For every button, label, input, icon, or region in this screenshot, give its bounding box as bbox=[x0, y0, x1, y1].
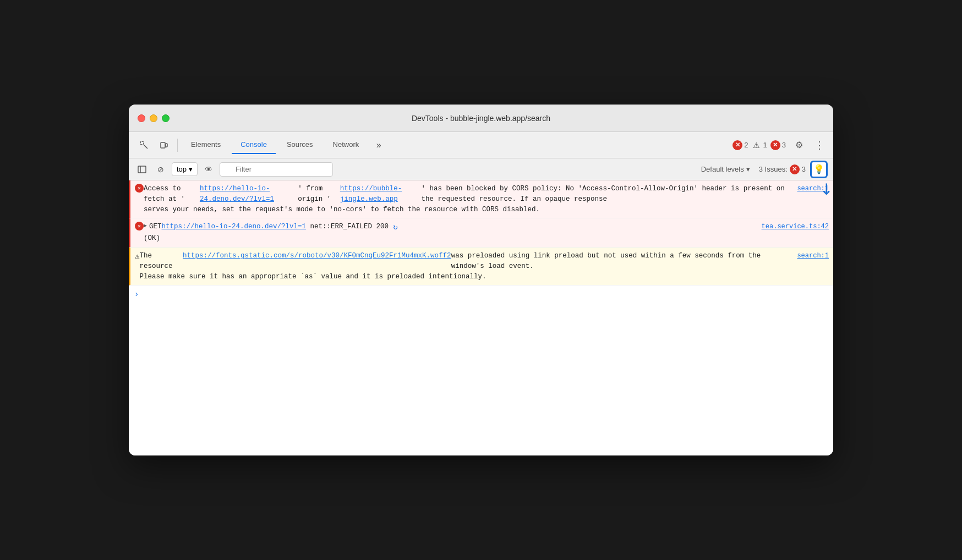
main-toolbar: Elements Console Sources Network » ✕ 2 ⚠… bbox=[129, 132, 833, 158]
devtools-window: DevTools - bubble-jingle.web.app/search … bbox=[129, 105, 833, 455]
console-entry-warning: ⚠ The resource https://fonts.gstatic.com… bbox=[129, 248, 833, 286]
get-url[interactable]: https://hello-io-24.deno.dev/?lvl=1 bbox=[162, 222, 307, 232]
eye-icon[interactable]: 👁 bbox=[201, 162, 216, 177]
get-error-text: net::ERR_FAILED 200 bbox=[306, 222, 389, 232]
console-toolbar: ⊘ top ▾ 👁 ⧖ Default levels ▾ 3 Issues: ✕… bbox=[129, 158, 833, 180]
tab-sources[interactable]: Sources bbox=[278, 136, 322, 154]
maximize-button[interactable] bbox=[162, 114, 170, 122]
svg-rect-1 bbox=[161, 142, 165, 148]
warning-text-before: The resource bbox=[139, 251, 183, 272]
more-tabs-icon[interactable]: » bbox=[370, 136, 387, 154]
issues-badge-toolbar: ✕ 3 bbox=[770, 140, 786, 150]
cors-fetch-url[interactable]: https://hello-io-24.deno.dev/?lvl=1 bbox=[200, 184, 298, 205]
cors-error-text-before: Access to fetch at ' bbox=[144, 184, 200, 205]
ai-button-container: 💡 ↗ bbox=[810, 161, 828, 178]
prompt-arrow-icon: › bbox=[134, 290, 139, 299]
error-badge-group: ✕ 2 ⚠ 1 ✕ 3 bbox=[733, 140, 786, 150]
device-toolbar-icon[interactable] bbox=[155, 136, 173, 154]
cors-error-text-after: ' from origin ' bbox=[298, 184, 340, 205]
default-levels-button[interactable]: Default levels ▾ bbox=[697, 163, 755, 175]
cors-error-content: Access to fetch at 'https://hello-io-24.… bbox=[144, 184, 829, 215]
warning-badge: ⚠ 1 bbox=[752, 140, 767, 150]
svg-rect-2 bbox=[166, 144, 167, 147]
issues-badge: 3 Issues: ✕ 3 bbox=[759, 164, 806, 174]
filter-wrapper: ⧖ bbox=[220, 162, 693, 177]
get-error-content: ▶ GET https://hello-io-24.deno.dev/?lvl=… bbox=[144, 222, 829, 244]
cors-error-suffix: ' has been blocked by CORS policy: No 'A… bbox=[422, 184, 797, 205]
minimize-button[interactable] bbox=[150, 114, 157, 122]
warning-header: The resource https://fonts.gstatic.com/s… bbox=[139, 251, 829, 272]
more-options-button[interactable]: ⋮ bbox=[812, 139, 827, 151]
console-toolbar-right: Default levels ▾ 3 Issues: ✕ 3 💡 ↗ bbox=[697, 161, 828, 178]
filter-input[interactable] bbox=[220, 162, 333, 177]
get-error-extra: (OK) bbox=[144, 233, 829, 244]
lightbulb-icon: 💡 bbox=[813, 164, 824, 174]
get-error-row: ▶ GET https://hello-io-24.deno.dev/?lvl=… bbox=[144, 222, 829, 233]
warning-icon: ⚠ bbox=[135, 251, 139, 262]
sidebar-toggle-button[interactable] bbox=[134, 162, 150, 177]
warning-content: The resource https://fonts.gstatic.com/s… bbox=[139, 251, 829, 282]
warning-text-after: was preloaded using link preload but not… bbox=[451, 251, 797, 272]
get-label: GET bbox=[149, 222, 162, 232]
error-badge: ✕ 2 bbox=[733, 140, 748, 150]
error-icon: ✕ bbox=[135, 184, 144, 193]
cors-origin-url[interactable]: https://bubble-jingle.web.app bbox=[340, 184, 422, 205]
select-element-icon[interactable] bbox=[135, 136, 153, 154]
settings-button[interactable]: ⚙ bbox=[790, 136, 808, 154]
cors-error-header: Access to fetch at 'https://hello-io-24.… bbox=[144, 184, 829, 205]
tab-console[interactable]: Console bbox=[232, 136, 276, 154]
ai-assistance-button[interactable]: 💡 bbox=[810, 161, 828, 178]
error-icon-2: ✕ bbox=[135, 222, 144, 230]
font-url[interactable]: https://fonts.gstatic.com/s/roboto/v30/K… bbox=[183, 251, 451, 272]
console-content: ✕ Access to fetch at 'https://hello-io-2… bbox=[129, 180, 833, 455]
tab-network[interactable]: Network bbox=[324, 136, 368, 154]
console-entry-cors-error: ✕ Access to fetch at 'https://hello-io-2… bbox=[129, 180, 833, 218]
titlebar: DevTools - bubble-jingle.web.app/search bbox=[129, 105, 833, 132]
expand-triangle[interactable]: ▶ bbox=[144, 222, 147, 230]
error-icon: ✕ bbox=[733, 140, 742, 150]
window-title: DevTools - bubble-jingle.web.app/search bbox=[412, 114, 550, 123]
get-error-source[interactable]: tea.service.ts:42 bbox=[762, 222, 829, 232]
traffic-lights bbox=[138, 114, 170, 122]
svg-rect-3 bbox=[138, 166, 146, 173]
issues-error-icon: ✕ bbox=[770, 140, 780, 150]
reload-icon[interactable]: ↻ bbox=[393, 222, 397, 233]
chevron-down-icon: ▾ bbox=[189, 165, 193, 173]
clear-console-button[interactable]: ⊘ bbox=[153, 162, 168, 177]
context-selector[interactable]: top ▾ bbox=[172, 162, 198, 176]
console-entry-get-error: ✕ ▶ GET https://hello-io-24.deno.dev/?lv… bbox=[129, 218, 833, 248]
issues-count-icon: ✕ bbox=[790, 164, 800, 174]
close-button[interactable] bbox=[138, 114, 145, 122]
tab-elements[interactable]: Elements bbox=[182, 136, 229, 154]
warning-source[interactable]: search:1 bbox=[797, 251, 829, 272]
svg-rect-0 bbox=[140, 141, 144, 145]
cors-error-body: serves your needs, set the request's mod… bbox=[144, 205, 829, 215]
chevron-down-icon: ▾ bbox=[746, 165, 750, 173]
warning-body: Please make sure it has an appropriate `… bbox=[139, 272, 829, 282]
toolbar-separator bbox=[177, 139, 178, 152]
toolbar-right: ✕ 2 ⚠ 1 ✕ 3 ⚙ ⋮ bbox=[733, 136, 827, 154]
warning-icon: ⚠ bbox=[752, 140, 762, 150]
console-prompt: › bbox=[129, 286, 833, 303]
